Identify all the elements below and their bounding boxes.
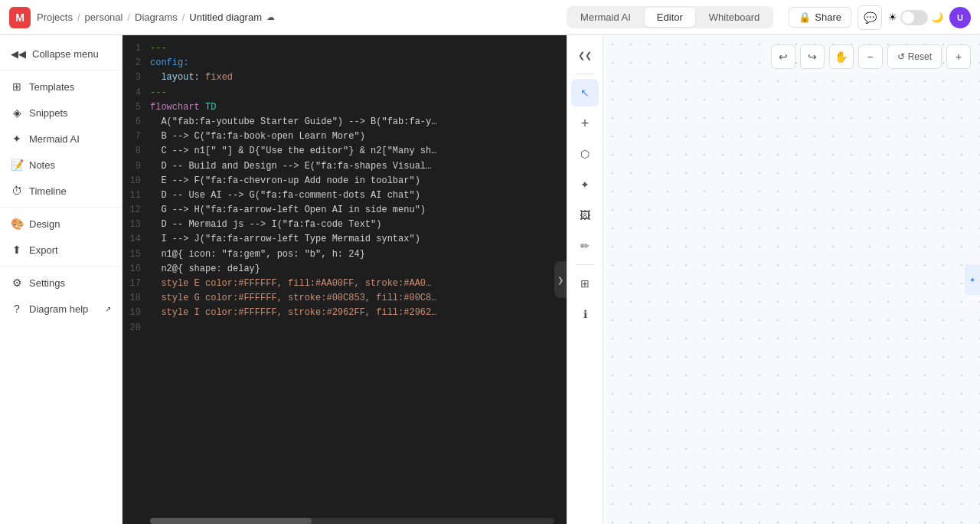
line-code-1: --- [150,41,167,56]
sidebar-item-diagram-help[interactable]: ? Diagram help ↗ [0,296,122,322]
line-code-12: G --> H("fa:fa-arrow-left Open AI in sid… [150,203,426,218]
toolbar-divider-1 [576,74,594,74]
shapes-tool-button[interactable]: ⬡ [571,140,599,168]
breadcrumb-current[interactable]: Untitled diagram [189,11,262,23]
sidebar-divider-1 [0,70,122,70]
breadcrumb-diagrams[interactable]: Diagrams [135,11,178,23]
sidebar: ◀◀ Collapse menu ⊞ Templates ◈ Snippets … [0,35,122,524]
lock-icon: 🔒 [799,11,811,23]
sidebar-item-timeline[interactable]: ⏱ Timeline [0,178,122,204]
line-number-11: 11 [122,188,150,203]
app-logo[interactable]: M [9,7,31,28]
code-line-18: 18 style G color:#FFFFFF, stroke:#00C853… [122,291,567,306]
notes-icon: 📝 [11,159,23,171]
sidebar-item-settings[interactable]: ⚙ Settings [0,270,122,296]
code-line-17: 17 style E color:#FFFFFF, fill:#AA00FF, … [122,277,567,291]
line-number-14: 14 [122,232,150,247]
line-code-18: style G color:#FFFFFF, stroke:#00C853, f… [150,291,436,306]
breadcrumb-personal[interactable]: personal [85,11,123,23]
fold-toolbar-button[interactable]: ❮❮ [571,41,599,69]
sidebar-item-export[interactable]: ⬆ Export [0,237,122,263]
snippets-icon: ◈ [11,106,23,119]
code-line-16: 16 n2@{ shape: delay} [122,262,567,277]
toolbar-divider-2 [576,264,594,265]
select-tool-button[interactable]: ↖ [571,79,599,106]
image-tool-button[interactable]: 🖼 [571,201,599,229]
ai-side-panel-icon[interactable]: ✦ [965,264,980,295]
code-line-14: 14 I --> J("fa:fa-arrow-left Type Mermai… [122,232,567,247]
user-avatar[interactable]: U [949,7,971,28]
line-number-19: 19 [122,306,150,320]
line-number-10: 10 [122,174,150,188]
line-code-5: flowchart TD [150,100,216,115]
diagram-connections [603,35,980,524]
dark-mode-toggle[interactable] [900,10,928,25]
sidebar-item-design[interactable]: 🎨 Design [0,211,122,237]
code-line-12: 12 G --> H("fa:fa-arrow-left Open AI in … [122,203,567,218]
reset-label: Reset [908,51,932,62]
sidebar-divider-3 [0,266,122,267]
reset-icon: ↺ [897,51,905,62]
design-icon: 🎨 [11,218,23,230]
line-number-3: 3 [122,70,150,85]
line-code-10: E --> F("fa:fa-chevron-up Add node in to… [150,174,420,188]
line-code-9: D -- Build and Design --> E("fa:fa-shape… [150,159,431,174]
line-code-14: I --> J("fa:fa-arrow-left Type Mermaid s… [150,232,420,247]
redo-button[interactable]: ↪ [800,44,825,69]
sidebar-divider-2 [0,207,122,208]
components-tool-button[interactable]: ⊞ [571,270,599,297]
horizontal-scrollbar[interactable] [150,518,554,524]
tab-editor[interactable]: Editor [645,8,695,27]
pen-tool-button[interactable]: ✏ [571,232,599,260]
sidebar-item-notes[interactable]: 📝 Notes [0,152,122,178]
add-tool-button[interactable]: + [571,110,599,137]
settings-icon: ⚙ [11,277,23,289]
diagram-canvas[interactable]: ↩ ↪ ✋ − ↺ Reset + [603,35,980,524]
share-button[interactable]: 🔒 Share [789,7,851,28]
line-code-15: n1@{ icon: "fa:gem", pos: "b", h: 24} [150,247,365,262]
sun-icon: ☀ [888,11,897,23]
code-line-20: 20 [122,321,567,336]
line-number-20: 20 [122,321,150,336]
zoom-in-button[interactable]: + [946,44,971,69]
line-number-6: 6 [122,115,150,129]
line-number-15: 15 [122,247,150,262]
sidebar-item-snippets[interactable]: ◈ Snippets [0,100,122,126]
sidebar-item-templates[interactable]: ⊞ Templates [0,74,122,100]
line-code-7: B --> C("fa:fa-book-open Learn More") [150,129,365,144]
code-line-11: 11 D -- Use AI --> G("fa:fa-comment-dots… [122,188,567,203]
line-number-1: 1 [122,41,150,56]
breadcrumb-projects[interactable]: Projects [37,11,73,23]
code-editor-panel: 1---2config:3 layout: fixed4---5flowchar… [122,35,567,524]
tab-mermaid-ai[interactable]: Mermaid AI [568,8,643,27]
cloud-save-icon: ☁ [266,12,275,22]
editor-collapse-handle[interactable]: ❯ [554,261,567,298]
undo-button[interactable]: ↩ [771,44,795,69]
diagram-toolbar: ❮❮ ↖ + ⬡ ✦ 🖼 ✏ ⊞ ℹ [567,35,603,524]
reset-button[interactable]: ↺ Reset [887,44,942,69]
timeline-icon: ⏱ [11,185,23,197]
code-editor[interactable]: 1---2config:3 layout: fixed4---5flowchar… [122,35,567,524]
collapse-menu-button[interactable]: ◀◀ Collapse menu [0,41,122,67]
topbar: M Projects / personal / Diagrams / Untit… [0,0,980,35]
pan-button[interactable]: ✋ [829,44,854,69]
line-number-13: 13 [122,218,150,232]
breadcrumb: Projects / personal / Diagrams / Untitle… [37,11,275,23]
code-line-8: 8 C --> n1[" "] & D{"Use the editor"} & … [122,144,567,159]
sidebar-item-mermaid-ai[interactable]: ✦ Mermaid AI [0,126,122,152]
view-tabs: Mermaid AI Editor Whiteboard [567,6,773,28]
line-code-3: layout: fixed [150,70,233,85]
ai-generate-tool-button[interactable]: ✦ [571,171,599,198]
zoom-out-button[interactable]: − [858,44,883,69]
line-code-4: --- [150,86,167,100]
comment-button[interactable]: 💬 [858,5,882,30]
line-number-5: 5 [122,100,150,115]
external-link-icon: ↗ [105,305,111,313]
tab-whiteboard[interactable]: Whiteboard [697,8,772,27]
line-code-2: config: [150,56,188,70]
theme-toggle: ☀ 🌙 [888,10,943,25]
line-number-7: 7 [122,129,150,144]
code-line-9: 9 D -- Build and Design --> E("fa:fa-sha… [122,159,567,174]
info-tool-button[interactable]: ℹ [571,300,599,328]
help-icon: ? [11,303,23,315]
